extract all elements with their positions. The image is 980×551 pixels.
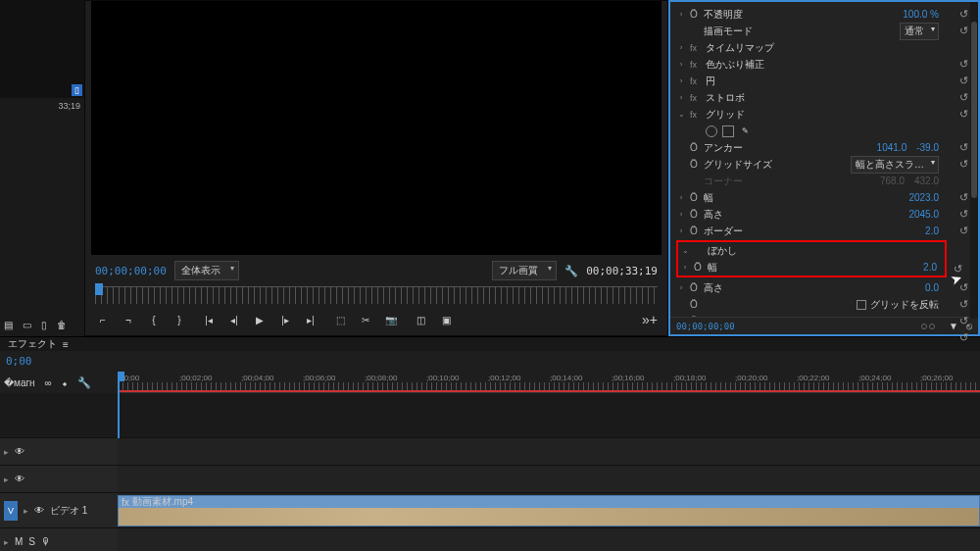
reset-icon[interactable]: ↺: [959, 75, 968, 87]
ellipse-mask-icon[interactable]: [706, 125, 717, 137]
anchor-y[interactable]: -39.0: [916, 142, 939, 153]
list-view-icon[interactable]: ▤: [4, 320, 13, 330]
anchor-x[interactable]: 1041.0: [877, 142, 907, 153]
timeline-tracks[interactable]: ;00;00;00;02;00;00;04;00;00;06;00;00;08;…: [118, 372, 980, 551]
reset-icon[interactable]: ↺: [959, 25, 968, 37]
track-v2[interactable]: [118, 466, 980, 493]
snap-icon[interactable]: �магн: [4, 377, 35, 388]
link-icon[interactable]: ∞: [45, 377, 52, 388]
folder-icon[interactable]: ▭: [23, 320, 31, 330]
thumb-timecode: 33;19: [0, 101, 84, 111]
panel-scrollbar[interactable]: [970, 2, 978, 319]
play-icon[interactable]: ▶: [252, 315, 268, 326]
blendmode-dropdown[interactable]: 通常: [900, 23, 939, 40]
eye-icon[interactable]: 👁: [34, 505, 44, 516]
panel-menu-icon[interactable]: ≡: [63, 339, 69, 350]
mark-out-icon[interactable]: ¬: [121, 315, 136, 326]
step-fwd-icon[interactable]: |▸: [277, 315, 293, 326]
width-value[interactable]: 2023.0: [908, 192, 939, 203]
track-header-v3[interactable]: ▸👁: [0, 438, 118, 466]
grid-effect[interactable]: グリッド: [706, 108, 745, 122]
track-header-v1[interactable]: V▸👁ビデオ 1: [0, 493, 118, 528]
eye-icon[interactable]: 👁: [15, 446, 24, 457]
preview-viewport[interactable]: [91, 1, 662, 255]
pen-mask-icon[interactable]: ✎: [739, 125, 751, 137]
go-to-in-icon[interactable]: |◂: [201, 315, 217, 326]
track-v3[interactable]: [118, 438, 980, 466]
blur-label[interactable]: ぼかし: [708, 244, 737, 258]
nav-dot[interactable]: [921, 324, 927, 329]
safe-margin-icon[interactable]: ▣: [438, 315, 454, 326]
invert-checkbox[interactable]: [857, 300, 866, 310]
track-a1[interactable]: [118, 528, 980, 551]
monitor-scrubber[interactable]: [95, 286, 658, 304]
border-value[interactable]: 2.0: [925, 225, 939, 236]
button-editor-icon[interactable]: »+: [642, 312, 658, 327]
marker-icon[interactable]: ⬥: [62, 377, 68, 388]
reset-icon[interactable]: ↺: [959, 91, 968, 104]
filter-icon[interactable]: ▼: [949, 321, 958, 331]
mark-selection-icon[interactable]: }: [172, 315, 187, 326]
new-bin-icon[interactable]: ▯: [41, 320, 47, 330]
effect-timecode[interactable]: 00;00;00;00: [676, 322, 735, 331]
circle-effect[interactable]: 円: [706, 75, 715, 88]
strobe-effect[interactable]: ストロボ: [706, 91, 745, 105]
reset-icon[interactable]: ↺: [959, 191, 968, 204]
mic-icon[interactable]: 🎙: [41, 536, 51, 547]
extract-icon[interactable]: ✂: [358, 315, 373, 326]
timecode-right: 00;00;33;19: [586, 265, 658, 277]
effects-tab[interactable]: エフェクト: [8, 337, 57, 351]
gridsize-dropdown[interactable]: 幅と高さスラ…: [851, 156, 939, 174]
mask-tools[interactable]: ✎: [706, 125, 751, 137]
reset-icon[interactable]: ↺: [959, 108, 968, 121]
timecode-left[interactable]: 00;00;00;00: [95, 265, 167, 277]
lift-icon[interactable]: ⬚: [332, 315, 348, 326]
reset-icon[interactable]: ↺: [959, 141, 968, 154]
mark-in-icon[interactable]: ⌐: [95, 315, 111, 326]
nav-dot[interactable]: [929, 324, 935, 329]
video-clip[interactable]: fx動画素材.mp4: [118, 495, 980, 526]
reset-icon[interactable]: ↺: [959, 158, 968, 171]
project-panel: ▯ 33;19 ▤ ▭ ▯ 🗑: [0, 0, 84, 336]
color-correction-effect[interactable]: 色かぶり補正: [706, 58, 764, 72]
track-header-v2[interactable]: ▸👁: [0, 466, 118, 493]
compare-icon[interactable]: ◫: [413, 315, 428, 326]
fx-badge-icon: fx: [122, 497, 129, 508]
reset-icon[interactable]: ↺: [959, 8, 968, 21]
sequence-timecode[interactable]: 0;00: [6, 355, 32, 368]
step-back-icon[interactable]: ◂|: [226, 315, 242, 326]
timeline-panel: 0;00 �магн ∞ ⬥ 🔧 ▸👁 ▸👁 V▸👁ビデオ 1 ▸MS🎙 ▸MS…: [0, 351, 980, 551]
eye-icon[interactable]: 👁: [15, 474, 24, 484]
ruler-tick-label: ;00;16;00: [612, 374, 673, 382]
reset-icon[interactable]: ↺: [959, 315, 968, 317]
rect-mask-icon[interactable]: [722, 125, 734, 137]
fit-dropdown[interactable]: 全体表示: [174, 261, 239, 280]
quality-dropdown[interactable]: フル画質: [492, 261, 557, 280]
track-v1[interactable]: fx動画素材.mp4: [118, 493, 980, 528]
opacity-value[interactable]: 100.0 %: [903, 9, 939, 20]
reset-icon[interactable]: ↺: [959, 58, 968, 71]
height-label: 高さ: [704, 208, 723, 222]
trash-icon[interactable]: 🗑: [57, 320, 67, 330]
reset-icon[interactable]: ↺: [959, 208, 968, 221]
blur-height-value[interactable]: 0.0: [925, 282, 939, 293]
mute-button[interactable]: M: [15, 536, 23, 547]
time-ruler[interactable]: ;00;00;00;02;00;00;04;00;00;06;00;00;08;…: [118, 372, 980, 393]
solo-button[interactable]: S: [28, 536, 35, 547]
height-value[interactable]: 2045.0: [908, 209, 939, 220]
settings-icon[interactable]: 🔧: [564, 265, 578, 277]
timeline-tools: �магн ∞ ⬥ 🔧: [0, 372, 118, 393]
reset-icon[interactable]: ↺: [959, 225, 968, 237]
export-frame-icon[interactable]: 📷: [383, 315, 399, 326]
settings-icon[interactable]: 🔧: [77, 376, 91, 389]
track-header-a1[interactable]: ▸MS🎙: [0, 528, 118, 551]
transport-bar: ⌐ ¬ { } |◂ ◂| ▶ |▸ ▸| ⬚ ✂ 📷: [85, 304, 667, 335]
mark-clip-icon[interactable]: {: [146, 315, 162, 326]
thumb-badge: ▯: [72, 84, 82, 96]
go-to-out-icon[interactable]: ▸|: [303, 315, 318, 326]
monitor-playhead[interactable]: [95, 283, 103, 295]
reset-icon[interactable]: ↺: [959, 298, 968, 311]
invert-text: グリッドを反転: [870, 298, 939, 312]
source-thumbnail[interactable]: ▯: [0, 0, 84, 98]
timeremap-effect[interactable]: タイムリマップ: [706, 41, 774, 55]
